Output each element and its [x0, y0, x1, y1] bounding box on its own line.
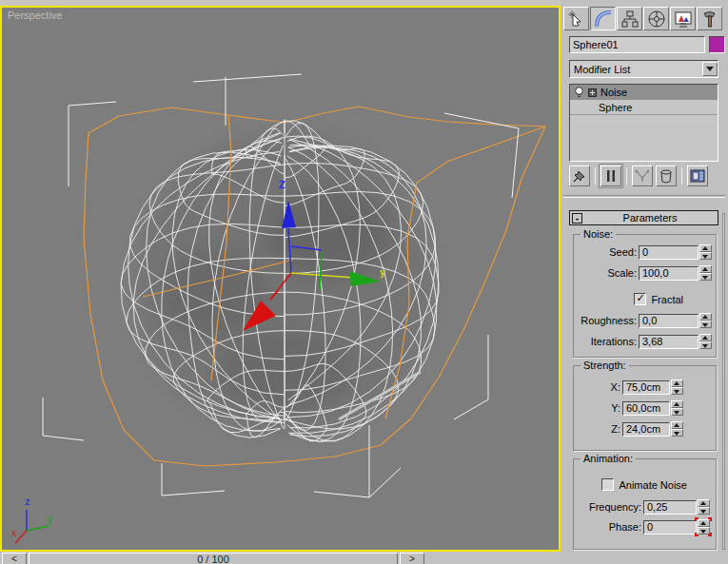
animation-group-legend: Animation:: [580, 453, 636, 464]
tripod-z-label: z: [25, 496, 30, 507]
tab-hierarchy[interactable]: [617, 7, 642, 30]
animated-key-bracket: [695, 517, 698, 521]
panel-divider: [563, 195, 725, 198]
world-axis-tripod: [15, 510, 49, 543]
strength-group: Strength: X: Y: Z:: [573, 365, 717, 451]
utilities-hammer-icon: [700, 10, 719, 29]
frequency-spinner[interactable]: [698, 499, 710, 515]
divider: [681, 167, 682, 185]
rollout-collapse-button[interactable]: -: [572, 213, 582, 224]
animate-noise-checkbox[interactable]: [601, 478, 614, 491]
time-slider-bar: < 0 / 100 >: [0, 552, 561, 564]
rollout-scrollbar[interactable]: [722, 213, 725, 550]
tab-display[interactable]: [670, 7, 696, 30]
fractal-checkbox[interactable]: [634, 293, 646, 305]
dropdown-arrow-button[interactable]: [702, 62, 718, 76]
divider: [595, 167, 596, 185]
iterations-label: Iterations:: [591, 336, 637, 347]
strength-z-field[interactable]: [622, 422, 670, 437]
create-arrow-icon: [567, 10, 586, 29]
viewport-label[interactable]: Perspective: [8, 10, 62, 21]
parameters-rollout-header[interactable]: - Parameters: [569, 210, 718, 225]
viewport-scene: [2, 8, 559, 550]
rollout-title: Parameters: [582, 212, 718, 224]
object-name-field[interactable]: [569, 36, 705, 53]
make-unique-button[interactable]: [632, 165, 653, 186]
fractal-label: Fractal: [651, 294, 683, 305]
lightbulb-icon: [574, 87, 584, 99]
pin-stack-button[interactable]: [569, 165, 590, 186]
modify-arc-icon: [594, 10, 613, 29]
strength-y-field[interactable]: [622, 401, 670, 416]
strength-group-legend: Strength:: [580, 360, 629, 371]
seed-field[interactable]: [639, 245, 698, 260]
command-panel-tabs: [563, 7, 722, 30]
scale-label: Scale:: [607, 267, 637, 279]
strength-z-spinner[interactable]: [671, 421, 683, 437]
pushpin-icon: [572, 168, 587, 184]
tripod-x-label: x: [11, 527, 17, 538]
chevron-down-icon: [706, 67, 714, 75]
frequency-label: Frequency:: [589, 501, 641, 513]
perspective-viewport[interactable]: Perspective Z y z y x: [0, 6, 561, 552]
configure-sets-icon: [690, 168, 705, 184]
animate-noise-label: Animate Noise: [619, 479, 687, 491]
animated-key-bracket: [695, 533, 698, 536]
tripod-y-label: y: [48, 513, 53, 524]
roughness-spinner[interactable]: [699, 313, 712, 328]
strength-z-label: Z:: [611, 423, 620, 435]
make-unique-icon: [635, 168, 650, 184]
strength-x-field[interactable]: [622, 380, 670, 395]
command-panel: Modifier List Noise Sphere: [561, 0, 728, 564]
roughness-field[interactable]: [639, 314, 698, 328]
object-color-swatch[interactable]: [709, 36, 725, 53]
modifier-stack: Noise Sphere: [569, 84, 718, 162]
stack-row-noise[interactable]: Noise: [570, 85, 718, 100]
strength-y-label: Y:: [611, 402, 620, 414]
animated-key-bracket: [708, 517, 712, 521]
roughness-label: Roughness:: [580, 315, 637, 326]
strength-x-spinner[interactable]: [671, 379, 683, 395]
time-slider-handle[interactable]: 0 / 100: [29, 553, 398, 564]
tab-utilities[interactable]: [697, 7, 722, 30]
iterations-field[interactable]: [639, 335, 698, 349]
strength-x-label: X:: [611, 381, 620, 393]
animation-group: Animation: Animate Noise Frequency: Phas…: [573, 458, 717, 550]
modifier-list-label: Modifier List: [574, 64, 630, 75]
motion-wheel-icon: [647, 10, 666, 29]
scale-field[interactable]: [639, 266, 698, 281]
frequency-field[interactable]: [643, 500, 697, 515]
animated-key-bracket: [708, 533, 712, 536]
modifier-label: Sphere: [599, 102, 632, 113]
tab-create[interactable]: [563, 7, 589, 30]
seed-label: Seed:: [609, 246, 637, 258]
phase-label: Phase:: [609, 521, 641, 533]
expand-plus-icon[interactable]: [588, 88, 597, 97]
scale-spinner[interactable]: [699, 265, 712, 281]
modifier-list-dropdown[interactable]: Modifier List: [569, 60, 718, 78]
phase-field[interactable]: [643, 520, 697, 535]
previous-frame-button[interactable]: <: [2, 553, 27, 564]
gizmo-y-label: y: [380, 266, 385, 278]
show-end-result-icon: [605, 169, 617, 183]
stack-toolbar: [569, 165, 708, 186]
stack-row-sphere[interactable]: Sphere: [570, 100, 718, 115]
remove-modifier-button[interactable]: [656, 165, 677, 186]
divider: [626, 167, 627, 185]
hierarchy-tree-icon: [620, 10, 639, 29]
next-frame-button[interactable]: >: [400, 553, 424, 564]
strength-y-spinner[interactable]: [671, 400, 683, 416]
iterations-spinner[interactable]: [699, 334, 712, 349]
noise-group: Noise: Seed: Scale: Fractal Roughness: I…: [573, 234, 717, 358]
tab-modify[interactable]: [590, 7, 616, 30]
gizmo-z-label: Z: [279, 179, 285, 190]
display-monitor-icon: [674, 10, 693, 29]
phase-spinner-animated: [697, 519, 710, 535]
modifier-label: Noise: [600, 87, 627, 98]
tab-motion[interactable]: [643, 7, 669, 30]
noise-group-legend: Noise:: [580, 228, 616, 240]
trash-icon: [659, 168, 673, 184]
seed-spinner[interactable]: [699, 244, 712, 260]
show-end-result-button[interactable]: [600, 165, 621, 186]
configure-modifier-sets-button[interactable]: [687, 165, 708, 186]
